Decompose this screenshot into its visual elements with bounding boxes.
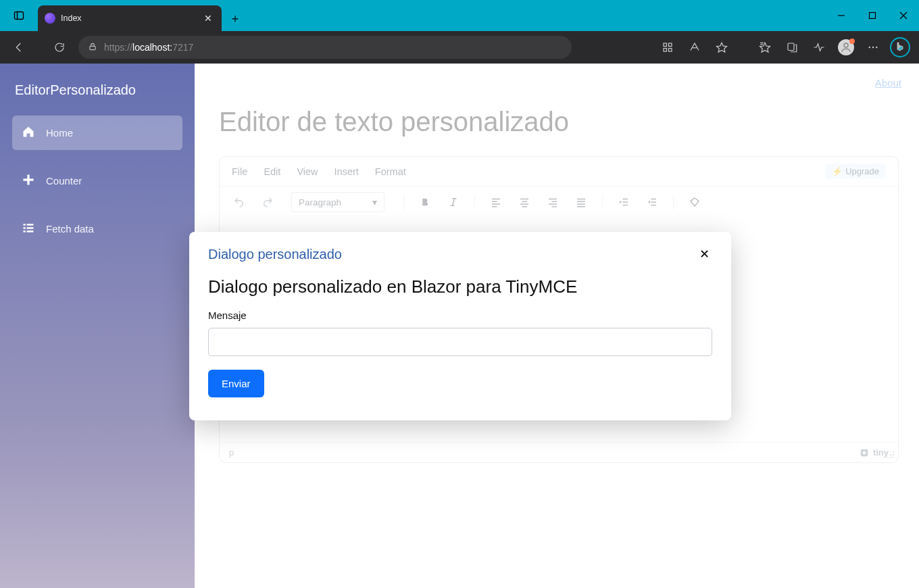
submit-button[interactable]: Enviar [208, 370, 264, 397]
svg-rect-8 [669, 43, 672, 47]
upgrade-button[interactable]: ⚡Upgrade [825, 164, 886, 179]
top-bar: About [195, 64, 919, 101]
sidebar-item-counter[interactable]: Counter [12, 164, 182, 198]
svg-rect-25 [24, 227, 26, 229]
svg-point-63 [890, 457, 891, 458]
tab-close-button[interactable]: ✕ [201, 11, 215, 25]
window-close-button[interactable] [888, 0, 919, 31]
apps-icon[interactable] [655, 36, 680, 58]
svg-point-18 [869, 47, 870, 48]
message-input[interactable] [208, 328, 712, 356]
tiny-brand: tiny [860, 447, 889, 458]
undo-button[interactable] [228, 192, 251, 212]
browser-titlebar: Index ✕ ＋ [0, 0, 919, 31]
tab-actions-button[interactable] [0, 0, 38, 31]
redo-button[interactable] [256, 192, 279, 212]
indent-button[interactable] [641, 192, 664, 212]
svg-rect-9 [664, 49, 667, 52]
svg-marker-51 [620, 201, 622, 204]
resize-grip-icon[interactable] [886, 450, 895, 460]
italic-button[interactable] [442, 192, 465, 212]
editor-toolbar: Paragraph ▾ [220, 187, 898, 218]
sidebar-item-fetchdata[interactable]: Fetch data [12, 212, 182, 246]
custom-dialog: Dialogo personalizado ✕ Dialogo personal… [189, 232, 731, 420]
bing-chat-button[interactable] [888, 36, 912, 58]
svg-point-19 [872, 47, 874, 48]
list-icon [22, 221, 35, 237]
svg-point-61 [893, 454, 894, 456]
plus-icon [22, 173, 35, 189]
bolt-icon: ⚡ [832, 166, 843, 176]
app-brand: EditorPersonalizado [0, 72, 195, 116]
favorite-icon[interactable] [710, 36, 734, 58]
menu-edit[interactable]: Edit [264, 166, 280, 177]
svg-point-58 [863, 451, 866, 454]
window-minimize-button[interactable] [826, 0, 857, 31]
svg-point-17 [844, 43, 848, 47]
about-link[interactable]: About [875, 77, 901, 89]
svg-rect-3 [870, 13, 876, 19]
menu-insert[interactable]: Insert [334, 166, 359, 177]
profile-button[interactable] [834, 36, 858, 58]
svg-rect-7 [664, 43, 667, 47]
lock-icon [88, 42, 97, 53]
avatar-icon [838, 39, 854, 55]
window-maximize-button[interactable] [857, 0, 888, 31]
align-justify-button[interactable] [570, 192, 593, 212]
sidebar: EditorPersonalizado Home Counter Fetch d… [0, 64, 195, 588]
svg-point-64 [893, 457, 894, 458]
svg-marker-55 [648, 201, 650, 204]
browser-tab[interactable]: Index ✕ [38, 5, 222, 31]
menu-file[interactable]: File [232, 166, 247, 177]
align-center-button[interactable] [513, 192, 536, 212]
browser-toolbar: https://localhost:7217 [0, 31, 919, 64]
collections-icon[interactable] [780, 36, 804, 58]
svg-rect-24 [27, 224, 34, 226]
refresh-button[interactable] [47, 36, 72, 58]
svg-line-31 [453, 199, 455, 206]
outdent-button[interactable] [612, 192, 635, 212]
paragraph-select[interactable]: Paragraph ▾ [291, 192, 384, 212]
menu-format[interactable]: Format [375, 166, 406, 177]
svg-rect-6 [90, 46, 95, 49]
sidebar-item-label: Counter [46, 175, 82, 187]
sidebar-item-label: Fetch data [46, 223, 94, 235]
sidebar-item-label: Home [46, 127, 73, 139]
sidebar-item-home[interactable]: Home [12, 116, 182, 150]
performance-icon[interactable] [807, 36, 831, 58]
svg-point-59 [893, 451, 894, 453]
dialog-close-button[interactable]: ✕ [697, 244, 712, 264]
svg-point-20 [876, 47, 877, 48]
svg-rect-0 [15, 12, 24, 20]
read-aloud-icon[interactable] [682, 36, 707, 58]
dialog-heading: Dialogo personalizado en Blazor para Tin… [208, 276, 712, 297]
editor-menubar: File Edit View Insert Format ⚡Upgrade [220, 157, 898, 187]
element-path[interactable]: p [229, 447, 234, 458]
message-label: Mensaje [208, 310, 712, 321]
tab-title: Index [61, 14, 196, 23]
align-left-button[interactable] [485, 192, 507, 212]
svg-rect-16 [788, 43, 794, 51]
dialog-title: Dialogo personalizado [208, 247, 342, 262]
svg-point-60 [890, 454, 891, 456]
home-icon [22, 125, 35, 141]
editor-statusbar: p tiny [220, 442, 898, 462]
svg-marker-56 [691, 198, 699, 206]
new-tab-button[interactable]: ＋ [222, 5, 249, 31]
svg-rect-23 [24, 224, 26, 226]
bold-button[interactable] [414, 192, 437, 212]
svg-rect-26 [27, 227, 34, 229]
svg-rect-10 [669, 49, 672, 52]
custom-diamond-button[interactable] [683, 192, 706, 212]
menu-view[interactable]: View [297, 166, 318, 177]
page-title: Editor de texto personalizado [219, 107, 899, 137]
tab-favicon-icon [45, 13, 55, 24]
align-right-button[interactable] [541, 192, 564, 212]
address-bar[interactable]: https://localhost:7217 [78, 36, 572, 59]
svg-point-62 [887, 457, 889, 458]
more-menu-button[interactable] [861, 36, 885, 58]
svg-rect-27 [24, 230, 26, 232]
favorites-list-icon[interactable] [753, 36, 777, 58]
svg-rect-22 [24, 178, 34, 180]
back-button[interactable] [7, 36, 31, 58]
